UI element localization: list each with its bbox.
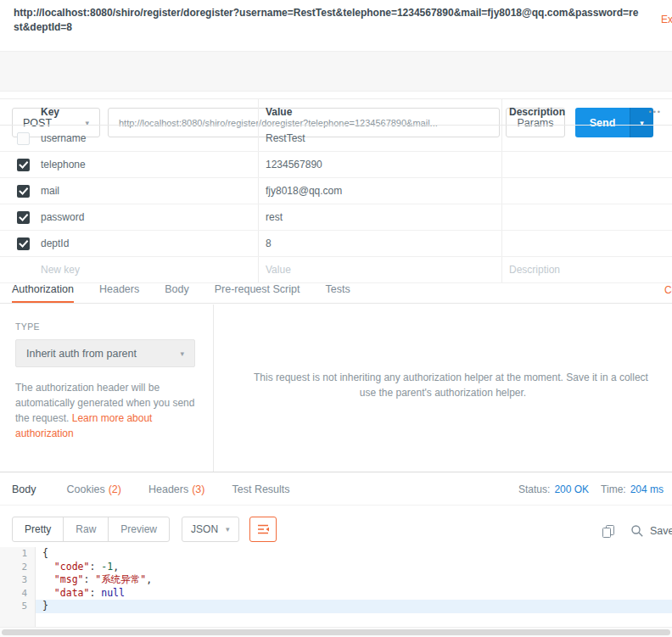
tab-response-headers[interactable]: Headers(3)	[148, 483, 205, 495]
save-response-button[interactable]: Save Response	[650, 520, 672, 542]
chevron-down-icon: ▾	[226, 525, 230, 534]
postman-window: http://localhost:8080/shiro/register/dor…	[0, 0, 672, 637]
authorization-panel: TYPE Inherit auth from parent ▾ The auth…	[0, 305, 672, 472]
copy-icon	[602, 524, 615, 538]
response-editor: 1 2 3 4 5 { "code": -1, "msg": "系统异常", "…	[0, 547, 672, 627]
request-tabs: Authorization Headers Body Pre-request S…	[0, 277, 672, 304]
line-numbers-gutter: 1 2 3 4 5	[0, 547, 36, 627]
param-key-cell[interactable]: mail	[34, 178, 259, 204]
code-line: {	[36, 547, 672, 561]
param-checkbox[interactable]	[17, 185, 30, 198]
scrollbar-thumb[interactable]	[2, 629, 670, 635]
auth-type-dropdown[interactable]: Inherit auth from parent ▾	[15, 339, 195, 367]
code-line: "msg": "系统异常",	[36, 573, 672, 587]
params-table-header: Key Value Description •••	[0, 98, 672, 126]
line-number: 3	[0, 573, 35, 587]
time-label: Time:	[601, 483, 626, 495]
copy-button[interactable]	[597, 520, 619, 542]
tab-response-cookies[interactable]: Cookies(2)	[67, 483, 121, 495]
request-bar: POST ▾ http://localhost:8080/shiro/regis…	[0, 51, 672, 92]
param-row: deptId 8	[0, 231, 672, 257]
headers-count-badge: (3)	[192, 483, 204, 495]
param-row: telephone 1234567890	[0, 152, 672, 178]
language-value: JSON	[191, 523, 218, 535]
code-line: }	[36, 600, 672, 613]
param-row: mail fjy8018@qq.com	[0, 178, 672, 204]
tab-authorization[interactable]: Authorization	[12, 277, 74, 303]
beautify-button[interactable]	[249, 517, 277, 542]
param-value-cell[interactable]: RestTest	[259, 126, 502, 151]
tab-headers[interactable]: Headers	[99, 277, 139, 303]
line-number: 4	[0, 587, 35, 601]
param-description-cell[interactable]	[502, 204, 672, 230]
examples-link[interactable]: Examples (0)	[661, 14, 672, 25]
auth-inherit-message-line1: This request is not inheriting any autho…	[254, 372, 648, 383]
response-toolbar: Pretty Raw Preview JSON ▾	[0, 514, 672, 545]
param-checkbox[interactable]	[17, 132, 30, 145]
mode-pretty[interactable]: Pretty	[13, 517, 64, 541]
search-button[interactable]	[626, 520, 648, 542]
param-description-cell[interactable]	[502, 178, 672, 204]
code-line: "code": -1,	[36, 561, 672, 574]
view-mode-group: Pretty Raw Preview	[12, 517, 170, 542]
auth-type-label: TYPE	[15, 321, 213, 332]
param-description-cell[interactable]	[502, 231, 672, 256]
param-value-cell[interactable]: 8	[259, 231, 502, 256]
auth-type-value: Inherit auth from parent	[26, 348, 137, 360]
param-checkbox[interactable]	[17, 159, 30, 171]
auth-help-text: The authorization header will be automat…	[15, 380, 200, 441]
param-key-cell[interactable]: password	[34, 204, 259, 230]
param-row: username RestTest	[0, 126, 672, 152]
param-value-cell[interactable]: fjy8018@qq.com	[259, 178, 502, 204]
code-line: "data": null	[36, 587, 672, 601]
param-description-cell[interactable]	[502, 152, 672, 177]
param-value-cell[interactable]: 1234567890	[259, 152, 502, 177]
horizontal-scrollbar	[0, 627, 672, 637]
tab-response-body[interactable]: Body	[12, 483, 40, 495]
cookies-link[interactable]: Cookies	[664, 284, 672, 296]
table-options-menu[interactable]: •••	[649, 99, 662, 125]
param-key-cell[interactable]: username	[34, 126, 259, 151]
response-json-body: { "code": -1, "msg": "系统异常", "data": nul…	[36, 547, 672, 613]
status-label: Status:	[518, 483, 550, 495]
language-dropdown[interactable]: JSON ▾	[182, 517, 239, 542]
params-table: Key Value Description ••• username RestT…	[0, 98, 672, 283]
param-checkbox[interactable]	[17, 237, 30, 250]
param-checkbox[interactable]	[17, 211, 30, 224]
param-key-cell[interactable]: deptId	[34, 231, 259, 256]
format-icon	[256, 523, 270, 535]
response-meta: Status: 200 OK Time: 204 ms	[507, 473, 664, 505]
cookies-count-badge: (2)	[109, 483, 121, 495]
line-number: 5	[0, 600, 35, 613]
column-header-key: Key	[34, 99, 259, 125]
column-header-description: Description	[502, 99, 672, 125]
time-value: 204 ms	[630, 483, 664, 495]
authorization-type-column: TYPE Inherit auth from parent ▾ The auth…	[0, 305, 214, 472]
mode-raw[interactable]: Raw	[64, 517, 109, 541]
tab-pre-request-script[interactable]: Pre-request Script	[215, 277, 300, 303]
line-number: 1	[0, 547, 35, 561]
mode-preview[interactable]: Preview	[109, 517, 169, 541]
param-row: password rest	[0, 204, 672, 231]
tab-test-results[interactable]: Test Results	[232, 483, 293, 495]
tab-tests[interactable]: Tests	[325, 277, 350, 303]
request-url-text: http://localhost:8080/shiro/register/dor…	[14, 6, 643, 35]
chevron-down-icon: ▾	[180, 349, 184, 358]
param-key-cell[interactable]: telephone	[34, 152, 259, 177]
param-value-cell[interactable]: rest	[259, 204, 502, 230]
response-tabs: Body Cookies(2) Headers(3) Test Results …	[0, 473, 672, 506]
tab-body[interactable]: Body	[165, 277, 189, 303]
line-number: 2	[0, 561, 35, 574]
column-header-value: Value	[259, 99, 502, 125]
param-description-cell[interactable]	[502, 126, 672, 151]
status-value: 200 OK	[554, 483, 589, 495]
auth-inherit-message-line2: use the parent's authorization helper.	[214, 387, 672, 399]
search-icon	[630, 524, 644, 538]
